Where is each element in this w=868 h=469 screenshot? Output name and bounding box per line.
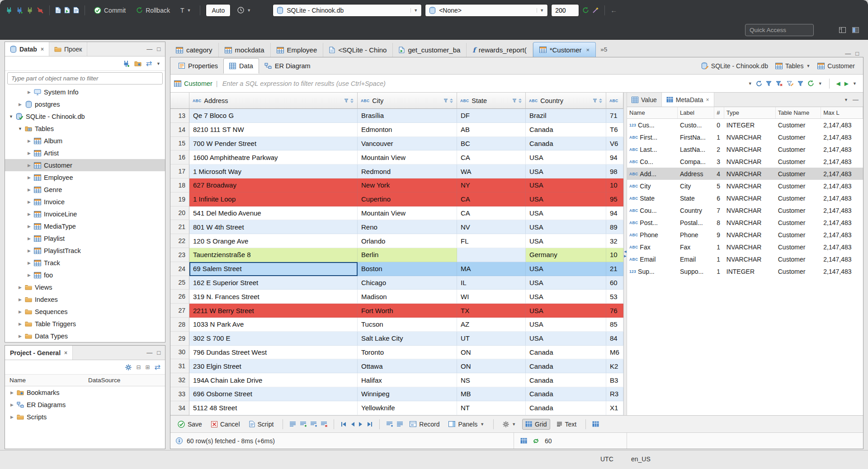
tab-properties[interactable]: Properties <box>173 59 223 73</box>
chevron-right-icon[interactable]: ▶ <box>17 310 24 314</box>
metadata-column-max-l[interactable]: Max L <box>821 107 863 118</box>
first-row-icon[interactable] <box>340 422 347 427</box>
tree-item-mediatype[interactable]: ▶MediaType <box>5 220 165 232</box>
grid-cell-city[interactable]: Edmonton <box>358 123 457 137</box>
grid-cell-postal[interactable]: K2 <box>606 359 623 373</box>
close-icon[interactable]: × <box>706 97 709 103</box>
column-header-postal[interactable]: ABC <box>606 93 623 109</box>
row-number[interactable]: 32 <box>170 373 189 387</box>
grid-cell-state[interactable]: WI <box>457 290 526 304</box>
editor-tab-rewards-report[interactable]: frewards_report( <box>467 43 533 57</box>
filter-history-icon[interactable]: ▼ <box>748 81 752 86</box>
grid-cell-state[interactable]: CA <box>457 150 526 164</box>
tree-item-employee[interactable]: ▶Employee <box>5 171 165 183</box>
sort-icon[interactable] <box>599 98 603 103</box>
row-number[interactable]: 25 <box>170 276 189 290</box>
grid-cell-state[interactable]: NT <box>457 401 526 415</box>
connect-icon[interactable] <box>16 7 23 14</box>
metadata-column-num[interactable]: # <box>714 107 724 118</box>
fetch-all-rows-icon[interactable] <box>396 421 403 427</box>
add-row-icon[interactable] <box>300 421 307 427</box>
grid-cell-address[interactable]: 319 N. Frances Street <box>189 290 358 304</box>
grid-cell-address[interactable]: 2211 W Berry Street <box>189 304 358 318</box>
sort-icon[interactable] <box>518 98 522 103</box>
chevron-right-icon[interactable]: ▶ <box>17 322 24 326</box>
quick-access-input[interactable] <box>745 24 814 36</box>
grid-cell-city[interactable]: Halifax <box>358 373 457 387</box>
grid-cell-state[interactable]: IL <box>457 276 526 290</box>
row-number[interactable]: 33 <box>170 387 189 401</box>
context-container-select[interactable]: Tables▼ <box>775 62 810 70</box>
metadata-row-fax[interactable]: ABCFaxFax1NVARCHARCustomer2,147,483 <box>627 241 863 253</box>
grid-cell-address[interactable]: 162 E Superior Street <box>189 276 358 290</box>
chevron-right-icon[interactable]: ▶ <box>17 297 24 302</box>
new-sql-editor-icon[interactable] <box>64 7 70 14</box>
previous-page-icon[interactable]: ◀ <box>836 80 840 87</box>
grid-cell-address[interactable]: 700 W Pender Street <box>189 137 358 151</box>
database-select[interactable]: SQLite - Chinook.db ▼ <box>273 4 422 17</box>
grid-cell-postal[interactable]: T6 <box>606 123 623 137</box>
chevron-right-icon[interactable]: ▶ <box>26 151 33 155</box>
tab-overflow-indicator[interactable]: »5 <box>600 46 607 53</box>
collapse-left-icon[interactable]: ◀ <box>624 250 626 253</box>
project-item-bookmarks[interactable]: ▶Bookmarks <box>5 386 165 399</box>
commit-button[interactable]: Commit <box>90 5 129 15</box>
chevron-right-icon[interactable]: ▶ <box>9 403 15 407</box>
settings-dropdown-button[interactable]: ▼ <box>500 420 519 429</box>
grid-cell-state[interactable]: MA <box>457 262 526 276</box>
grid-cell-country[interactable]: Canada <box>526 401 606 415</box>
tree-item-playlisttrack[interactable]: ▶PlaylistTrack <box>5 244 165 257</box>
row-number[interactable]: 24 <box>170 262 189 276</box>
row-number[interactable]: 19 <box>170 192 189 206</box>
metadata-row-postal[interactable]: ABCPost...Postal...8NVARCHARCustomer2,14… <box>627 216 863 229</box>
tab-projects[interactable]: Проек <box>49 42 88 56</box>
grid-cell-state[interactable]: MB <box>457 387 526 401</box>
perspective-icon[interactable] <box>852 27 859 33</box>
close-icon[interactable]: × <box>586 47 590 53</box>
row-number[interactable]: 15 <box>170 137 189 151</box>
open-sql-script-icon[interactable] <box>73 7 79 14</box>
minimize-icon[interactable]: — <box>146 349 152 356</box>
row-number-header[interactable] <box>170 93 189 109</box>
metadata-column-table-name[interactable]: Table Name <box>776 107 821 118</box>
grid-cell-country[interactable]: USA <box>526 192 606 206</box>
chevron-right-icon[interactable]: ▶ <box>26 163 33 168</box>
grid-cell-address[interactable]: 230 Elgin Street <box>189 359 358 373</box>
chevron-right-icon[interactable]: ▶ <box>26 139 33 143</box>
chevron-right-icon[interactable]: ▶ <box>26 261 33 265</box>
grid-cell-country[interactable]: Canada <box>526 373 606 387</box>
grid-cell-postal[interactable]: M6 <box>606 346 623 360</box>
grid-cell-postal[interactable]: B3 <box>606 373 623 387</box>
navigator-filter-input[interactable] <box>7 72 163 84</box>
grid-cell-address[interactable]: 627 Broadway <box>189 178 358 192</box>
minimize-icon[interactable]: — <box>853 96 859 103</box>
chevron-right-icon[interactable]: ▶ <box>26 175 33 180</box>
row-number[interactable]: 21 <box>170 220 189 234</box>
grid-cell-city[interactable]: Berlin <box>358 248 457 262</box>
grid-cell-state[interactable]: CA <box>457 192 526 206</box>
back-icon[interactable]: ← <box>610 6 617 14</box>
grid-cell-city[interactable]: Yellowknife <box>358 401 457 415</box>
auto-refresh-icon[interactable] <box>533 438 539 444</box>
locale-indicator[interactable]: en_US <box>631 455 651 463</box>
grid-cell-city[interactable]: Reno <box>358 220 457 234</box>
editor-tab-customer[interactable]: *Customer× <box>533 42 596 57</box>
metadata-column-type[interactable]: Type <box>724 107 776 118</box>
script-button[interactable]: Script <box>246 419 277 429</box>
row-number[interactable]: 26 <box>170 290 189 304</box>
tree-item-invoice[interactable]: ▶Invoice <box>5 196 165 208</box>
grid-cell-country[interactable]: USA <box>526 220 606 234</box>
row-number[interactable]: 34 <box>170 401 189 415</box>
grid-cell-state[interactable]: UT <box>457 332 526 346</box>
grid-cell-country[interactable]: USA <box>526 150 606 164</box>
editor-tab-get-customer-ba[interactable]: get_customer_ba <box>393 43 467 57</box>
grid-cell-address[interactable]: 120 S Orange Ave <box>189 234 358 248</box>
close-icon[interactable]: × <box>41 46 44 52</box>
chevron-right-icon[interactable]: ▶ <box>17 285 24 290</box>
grid-cell-country[interactable]: USA <box>526 304 606 318</box>
grid-cell-city[interactable]: Madison <box>358 290 457 304</box>
grid-cell-country[interactable]: USA <box>526 318 606 332</box>
grid-cell-address[interactable]: 302 S 700 E <box>189 332 358 346</box>
editor-layout-icon[interactable] <box>839 27 846 33</box>
grid-cell-postal[interactable]: V6 <box>606 137 623 151</box>
